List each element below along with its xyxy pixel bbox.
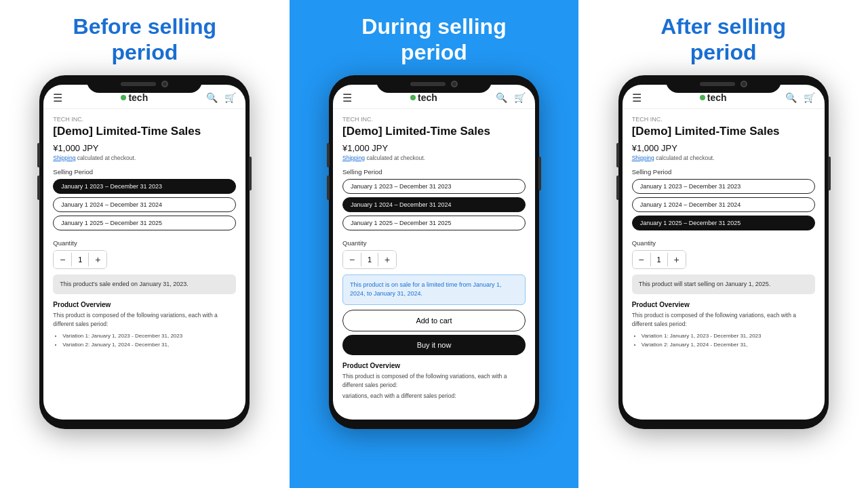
cart-icon[interactable]: 🛒 bbox=[514, 92, 526, 103]
period-button-2[interactable]: January 1 2025 – December 31 2025 bbox=[53, 216, 236, 230]
search-icon[interactable]: 🔍 bbox=[496, 92, 507, 103]
logo-dot bbox=[410, 95, 416, 100]
product-price: ¥1,000 JPY bbox=[342, 143, 526, 153]
period-button-2[interactable]: January 1 2025 – December 31 2025 bbox=[632, 216, 815, 230]
period-button-0[interactable]: January 1 2023 – December 31 2023 bbox=[342, 179, 526, 194]
product-price: ¥1,000 JPY bbox=[632, 143, 815, 153]
phone-notch bbox=[666, 75, 781, 93]
phone-screen-before: ☰ tech 🔍 🛒 TECH INC. [Demo] Limited-Time… bbox=[43, 85, 245, 420]
selling-period-label: Selling Period bbox=[53, 168, 236, 176]
logo-dot bbox=[121, 95, 126, 100]
phone-side-button bbox=[37, 143, 40, 167]
panel-title-after: After sellingperiod bbox=[660, 14, 786, 66]
notch-speaker bbox=[121, 82, 156, 86]
phone-mockup-during: ☰ tech 🔍 🛒 TECH INC. [Demo] Limited-Time… bbox=[329, 75, 539, 429]
app-logo: tech bbox=[700, 92, 727, 103]
overview-title: Product Overview bbox=[632, 301, 815, 308]
quantity-increase[interactable]: + bbox=[668, 251, 686, 268]
quantity-decrease[interactable]: − bbox=[343, 251, 361, 268]
product-shipping: Shipping calculated at checkout. bbox=[632, 155, 815, 161]
notch-speaker bbox=[700, 82, 735, 86]
add-to-cart-button[interactable]: Add to cart bbox=[342, 310, 526, 331]
quantity-decrease[interactable]: − bbox=[54, 251, 71, 268]
panel-during: During sellingperiod ☰ tech 🔍 🛒 TECH INC… bbox=[290, 0, 579, 488]
period-button-0[interactable]: January 1 2023 – December 31 2023 bbox=[632, 179, 815, 194]
product-area-after: TECH INC. [Demo] Limited-Time Sales ¥1,0… bbox=[623, 109, 825, 357]
phone-side-button bbox=[327, 143, 330, 167]
quantity-label: Quantity bbox=[342, 239, 526, 247]
menu-icon[interactable]: ☰ bbox=[342, 92, 352, 104]
cart-icon[interactable]: 🛒 bbox=[804, 92, 815, 103]
search-icon[interactable]: 🔍 bbox=[785, 92, 797, 103]
cart-icon[interactable]: 🛒 bbox=[224, 92, 236, 103]
phone-screen-after: ☰ tech 🔍 🛒 TECH INC. [Demo] Limited-Time… bbox=[623, 85, 825, 420]
app-logo: tech bbox=[410, 92, 437, 103]
app-bar-actions: 🔍 🛒 bbox=[206, 92, 236, 103]
product-title: [Demo] Limited-Time Sales bbox=[53, 124, 236, 139]
info-box-after: This product will start selling on Janua… bbox=[632, 274, 815, 295]
info-box-before: This product's sale ended on January 31,… bbox=[53, 274, 236, 295]
logo-text: tech bbox=[128, 92, 148, 103]
menu-icon[interactable]: ☰ bbox=[53, 92, 62, 104]
period-button-1[interactable]: January 1 2024 – December 31 2024 bbox=[53, 197, 236, 212]
quantity-decrease[interactable]: − bbox=[633, 251, 650, 268]
product-title: [Demo] Limited-Time Sales bbox=[342, 124, 526, 139]
phone-notch bbox=[87, 75, 202, 93]
phone-side-button bbox=[538, 157, 541, 190]
shipping-link[interactable]: Shipping bbox=[632, 155, 654, 161]
product-overview-during: Product Overview This product is compose… bbox=[342, 362, 526, 401]
quantity-control: − 1 + bbox=[632, 250, 686, 269]
phone-mockup-before: ☰ tech 🔍 🛒 TECH INC. [Demo] Limited-Time… bbox=[39, 75, 250, 429]
product-label: TECH INC. bbox=[632, 116, 815, 123]
overview-text: This product is composed of the followin… bbox=[53, 311, 236, 329]
menu-icon[interactable]: ☰ bbox=[632, 92, 642, 104]
quantity-control: − 1 + bbox=[53, 250, 107, 269]
selling-period-label: Selling Period bbox=[342, 168, 526, 176]
period-button-1[interactable]: January 1 2024 – December 31 2024 bbox=[632, 197, 815, 212]
overview-text: This product is composed of the followin… bbox=[632, 311, 815, 329]
quantity-label: Quantity bbox=[53, 239, 236, 247]
app-bar-actions: 🔍 🛒 bbox=[496, 92, 526, 103]
phone-screen-during: ☰ tech 🔍 🛒 TECH INC. [Demo] Limited-Time… bbox=[333, 85, 535, 420]
info-box-during: This product is on sale for a limited ti… bbox=[342, 274, 526, 305]
app-bar-actions: 🔍 🛒 bbox=[785, 92, 815, 103]
phone-side-button bbox=[37, 176, 40, 200]
quantity-value: 1 bbox=[71, 253, 89, 266]
variation-item: Variation 2: January 1, 2024 - December … bbox=[62, 340, 236, 350]
logo-text: tech bbox=[707, 92, 727, 103]
variation-item: Variation 1: January 1, 2023 - December … bbox=[642, 331, 815, 341]
overview-title: Product Overview bbox=[53, 301, 236, 308]
phone-mockup-after: ☰ tech 🔍 🛒 TECH INC. [Demo] Limited-Time… bbox=[618, 75, 829, 429]
panel-title-during: During sellingperiod bbox=[361, 14, 506, 66]
period-button-0[interactable]: January 1 2023 – December 31 2023 bbox=[53, 179, 236, 194]
variation-item: Variation 2: January 1, 2024 - December … bbox=[642, 340, 815, 350]
product-overview-after: Product Overview This product is compose… bbox=[632, 301, 815, 350]
product-label: TECH INC. bbox=[342, 116, 526, 123]
quantity-value: 1 bbox=[361, 253, 378, 266]
overview-title: Product Overview bbox=[342, 362, 526, 369]
phone-side-button bbox=[616, 143, 619, 167]
variations-list: Variation 1: January 1, 2023 - December … bbox=[53, 331, 236, 350]
shipping-link[interactable]: Shipping bbox=[53, 155, 75, 161]
quantity-increase[interactable]: + bbox=[89, 251, 106, 268]
quantity-label: Quantity bbox=[632, 239, 815, 247]
logo-text: tech bbox=[418, 92, 437, 103]
selling-period-label: Selling Period bbox=[632, 168, 815, 176]
quantity-increase[interactable]: + bbox=[378, 251, 396, 268]
search-icon[interactable]: 🔍 bbox=[206, 92, 218, 103]
overview-text2: variations, each with a different sales … bbox=[342, 392, 526, 401]
logo-dot bbox=[700, 95, 705, 100]
buy-now-button[interactable]: Buy it now bbox=[342, 335, 526, 355]
phone-side-button bbox=[327, 176, 330, 200]
notch-camera bbox=[451, 81, 458, 87]
notch-camera bbox=[161, 81, 168, 87]
notch-speaker bbox=[410, 82, 446, 86]
period-button-2[interactable]: January 1 2025 – December 31 2025 bbox=[342, 216, 526, 230]
phone-side-button bbox=[616, 176, 619, 200]
phone-side-button bbox=[249, 157, 252, 190]
period-button-1[interactable]: January 1 2024 – December 31 2024 bbox=[342, 197, 526, 212]
quantity-value: 1 bbox=[650, 253, 668, 266]
panel-after: After sellingperiod ☰ tech 🔍 🛒 TECH INC.… bbox=[578, 0, 868, 488]
shipping-link[interactable]: Shipping bbox=[342, 155, 365, 161]
phone-notch bbox=[376, 75, 492, 93]
